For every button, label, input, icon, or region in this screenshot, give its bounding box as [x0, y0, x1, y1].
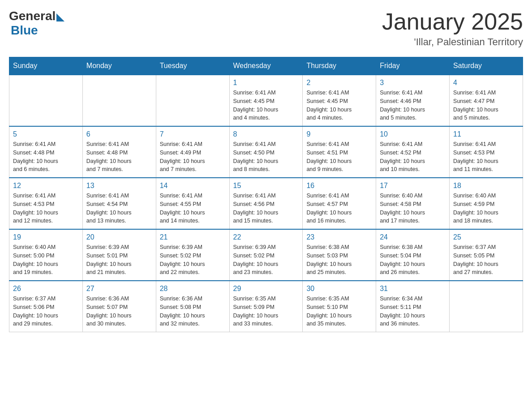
day-number: 8	[233, 130, 299, 138]
header-day-tuesday: Tuesday	[156, 57, 229, 75]
day-number: 4	[453, 79, 519, 87]
day-info: Sunrise: 6:40 AMSunset: 4:58 PMDaylight:…	[380, 192, 446, 225]
calendar-cell: 12Sunrise: 6:41 AMSunset: 4:53 PMDayligh…	[9, 178, 83, 229]
calendar-cell: 9Sunrise: 6:41 AMSunset: 4:51 PMDaylight…	[303, 126, 376, 178]
calendar-cell: 24Sunrise: 6:38 AMSunset: 5:04 PMDayligh…	[376, 229, 450, 281]
day-info: Sunrise: 6:39 AMSunset: 5:02 PMDaylight:…	[160, 243, 226, 277]
calendar-cell: 4Sunrise: 6:41 AMSunset: 4:47 PMDaylight…	[450, 75, 523, 126]
day-info: Sunrise: 6:41 AMSunset: 4:46 PMDaylight:…	[380, 89, 446, 122]
day-info: Sunrise: 6:41 AMSunset: 4:48 PMDaylight:…	[13, 140, 79, 174]
day-number: 21	[160, 233, 226, 241]
header-day-saturday: Saturday	[450, 57, 523, 75]
day-number: 10	[380, 130, 446, 138]
day-info: Sunrise: 6:36 AMSunset: 5:07 PMDaylight:…	[86, 295, 152, 328]
day-info: Sunrise: 6:34 AMSunset: 5:11 PMDaylight:…	[380, 295, 446, 328]
day-info: Sunrise: 6:39 AMSunset: 5:02 PMDaylight:…	[233, 243, 299, 277]
calendar-cell: 7Sunrise: 6:41 AMSunset: 4:49 PMDaylight…	[156, 126, 229, 178]
week-row-5: 26Sunrise: 6:37 AMSunset: 5:06 PMDayligh…	[9, 281, 523, 332]
calendar-cell: 31Sunrise: 6:34 AMSunset: 5:11 PMDayligh…	[376, 281, 450, 332]
day-number: 28	[160, 285, 226, 293]
day-info: Sunrise: 6:38 AMSunset: 5:03 PMDaylight:…	[306, 243, 372, 277]
day-info: Sunrise: 6:35 AMSunset: 5:09 PMDaylight:…	[233, 295, 299, 328]
calendar-cell: 30Sunrise: 6:35 AMSunset: 5:10 PMDayligh…	[303, 281, 376, 332]
calendar-cell: 28Sunrise: 6:36 AMSunset: 5:08 PMDayligh…	[156, 281, 229, 332]
calendar-cell: 29Sunrise: 6:35 AMSunset: 5:09 PMDayligh…	[229, 281, 303, 332]
day-number: 14	[160, 182, 226, 190]
day-number: 2	[306, 79, 372, 87]
calendar-cell	[156, 75, 229, 126]
day-number: 20	[86, 233, 152, 241]
day-info: Sunrise: 6:41 AMSunset: 4:48 PMDaylight:…	[86, 140, 152, 174]
day-number: 27	[86, 285, 152, 293]
day-info: Sunrise: 6:37 AMSunset: 5:06 PMDaylight:…	[13, 295, 79, 328]
day-info: Sunrise: 6:41 AMSunset: 4:57 PMDaylight:…	[306, 192, 372, 225]
calendar-cell: 15Sunrise: 6:41 AMSunset: 4:56 PMDayligh…	[229, 178, 303, 229]
calendar-cell: 5Sunrise: 6:41 AMSunset: 4:48 PMDaylight…	[9, 126, 83, 178]
day-info: Sunrise: 6:41 AMSunset: 4:45 PMDaylight:…	[233, 89, 299, 122]
day-info: Sunrise: 6:41 AMSunset: 4:53 PMDaylight:…	[13, 192, 79, 225]
day-number: 17	[380, 182, 446, 190]
day-number: 30	[306, 285, 372, 293]
day-number: 29	[233, 285, 299, 293]
title-block: January 2025 'Illar, Palestinian Territo…	[382, 9, 523, 48]
header-day-friday: Friday	[376, 57, 450, 75]
calendar-cell	[82, 75, 156, 126]
day-number: 16	[306, 182, 372, 190]
day-info: Sunrise: 6:41 AMSunset: 4:56 PMDaylight:…	[233, 192, 299, 225]
calendar-cell: 8Sunrise: 6:41 AMSunset: 4:50 PMDaylight…	[229, 126, 303, 178]
day-info: Sunrise: 6:40 AMSunset: 5:00 PMDaylight:…	[13, 243, 79, 277]
day-number: 22	[233, 233, 299, 241]
day-info: Sunrise: 6:41 AMSunset: 4:53 PMDaylight:…	[453, 140, 519, 174]
calendar-cell: 25Sunrise: 6:37 AMSunset: 5:05 PMDayligh…	[450, 229, 523, 281]
day-number: 19	[13, 233, 79, 241]
calendar-cell	[450, 281, 523, 332]
day-info: Sunrise: 6:40 AMSunset: 4:59 PMDaylight:…	[453, 192, 519, 225]
logo-triangle-icon	[56, 13, 64, 21]
calendar-cell: 18Sunrise: 6:40 AMSunset: 4:59 PMDayligh…	[450, 178, 523, 229]
calendar-cell: 19Sunrise: 6:40 AMSunset: 5:00 PMDayligh…	[9, 229, 83, 281]
logo-general-text: General	[9, 9, 56, 23]
day-number: 31	[380, 285, 446, 293]
day-info: Sunrise: 6:41 AMSunset: 4:55 PMDaylight:…	[160, 192, 226, 225]
day-info: Sunrise: 6:37 AMSunset: 5:05 PMDaylight:…	[453, 243, 519, 277]
calendar-cell: 16Sunrise: 6:41 AMSunset: 4:57 PMDayligh…	[303, 178, 376, 229]
calendar-cell: 21Sunrise: 6:39 AMSunset: 5:02 PMDayligh…	[156, 229, 229, 281]
month-title: January 2025	[382, 9, 523, 34]
day-number: 23	[306, 233, 372, 241]
header-day-wednesday: Wednesday	[229, 57, 303, 75]
header-day-monday: Monday	[82, 57, 156, 75]
day-info: Sunrise: 6:41 AMSunset: 4:47 PMDaylight:…	[453, 89, 519, 122]
day-number: 12	[13, 182, 79, 190]
calendar-cell: 10Sunrise: 6:41 AMSunset: 4:52 PMDayligh…	[376, 126, 450, 178]
calendar-cell: 1Sunrise: 6:41 AMSunset: 4:45 PMDaylight…	[229, 75, 303, 126]
header-day-sunday: Sunday	[9, 57, 83, 75]
calendar-cell: 3Sunrise: 6:41 AMSunset: 4:46 PMDaylight…	[376, 75, 450, 126]
header-day-thursday: Thursday	[303, 57, 376, 75]
location-title: 'Illar, Palestinian Territory	[382, 36, 523, 48]
calendar-cell: 22Sunrise: 6:39 AMSunset: 5:02 PMDayligh…	[229, 229, 303, 281]
day-number: 26	[13, 285, 79, 293]
week-row-1: 1Sunrise: 6:41 AMSunset: 4:45 PMDaylight…	[9, 75, 523, 126]
day-info: Sunrise: 6:41 AMSunset: 4:54 PMDaylight:…	[86, 192, 152, 225]
logo-blue-text: Blue	[11, 23, 38, 38]
week-row-4: 19Sunrise: 6:40 AMSunset: 5:00 PMDayligh…	[9, 229, 523, 281]
calendar-cell: 14Sunrise: 6:41 AMSunset: 4:55 PMDayligh…	[156, 178, 229, 229]
header-row: SundayMondayTuesdayWednesdayThursdayFrid…	[9, 57, 523, 75]
day-info: Sunrise: 6:41 AMSunset: 4:50 PMDaylight:…	[233, 140, 299, 174]
calendar-cell: 17Sunrise: 6:40 AMSunset: 4:58 PMDayligh…	[376, 178, 450, 229]
day-number: 3	[380, 79, 446, 87]
day-number: 15	[233, 182, 299, 190]
day-number: 5	[13, 130, 79, 138]
day-number: 1	[233, 79, 299, 87]
day-info: Sunrise: 6:36 AMSunset: 5:08 PMDaylight:…	[160, 295, 226, 328]
calendar-cell: 26Sunrise: 6:37 AMSunset: 5:06 PMDayligh…	[9, 281, 83, 332]
calendar-cell	[9, 75, 83, 126]
week-row-3: 12Sunrise: 6:41 AMSunset: 4:53 PMDayligh…	[9, 178, 523, 229]
day-info: Sunrise: 6:39 AMSunset: 5:01 PMDaylight:…	[86, 243, 152, 277]
week-row-2: 5Sunrise: 6:41 AMSunset: 4:48 PMDaylight…	[9, 126, 523, 178]
day-number: 7	[160, 130, 226, 138]
calendar-table: SundayMondayTuesdayWednesdayThursdayFrid…	[9, 57, 523, 332]
day-number: 25	[453, 233, 519, 241]
day-number: 6	[86, 130, 152, 138]
calendar-cell: 11Sunrise: 6:41 AMSunset: 4:53 PMDayligh…	[450, 126, 523, 178]
